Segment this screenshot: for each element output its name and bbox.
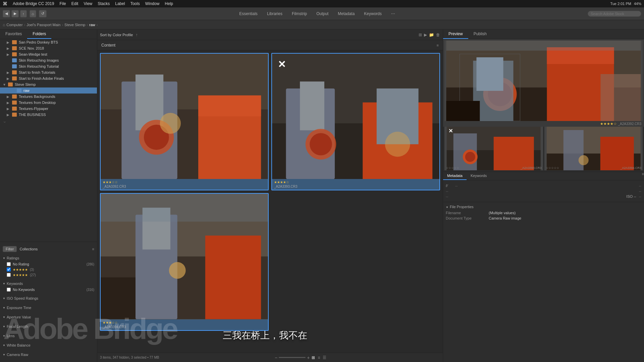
filter-iso-title[interactable]: ISO Speed Ratings <box>0 295 97 302</box>
filter-button[interactable]: Filter <box>3 246 17 252</box>
nav-home[interactable]: ⌂ <box>30 10 37 17</box>
tab-metadata[interactable]: Metadata <box>335 10 357 17</box>
folder-icon-toolbar[interactable]: 📁 <box>429 33 434 37</box>
zoom-slider[interactable] <box>279 357 306 358</box>
breadcrumb-steve[interactable]: Steve Slemp <box>64 23 85 27</box>
sidebar-item-start-tutorials[interactable]: ▶ Start to finish Tutorials <box>0 69 97 75</box>
file-props-title[interactable]: File Properties <box>446 205 641 209</box>
sidebar-item-skin-images[interactable]: Skin Retouching Images <box>0 57 97 63</box>
tab-keywords[interactable]: Keywords <box>361 10 384 17</box>
menu-label[interactable]: Label <box>115 1 125 6</box>
sidebar-item-san-pedro[interactable]: ▶ San Pedro Donkey BTS <box>0 39 97 45</box>
svg-rect-26 <box>101 194 268 222</box>
filter-section-lens: Lens <box>0 331 97 341</box>
breadcrumb-computer[interactable]: Computer <box>6 23 22 27</box>
tab-essentials[interactable]: Essentials <box>236 10 260 17</box>
preview-thumb1-stars: ☆☆☆☆☆ <box>446 166 459 170</box>
sidebar-item-raw[interactable]: raw <box>0 87 97 94</box>
menu-stacks[interactable]: Stacks <box>98 1 110 6</box>
sidebar-scroll-down[interactable]: ⌄ <box>3 118 7 124</box>
filter-lens-title[interactable]: Lens <box>0 333 97 339</box>
preview-thumb-2[interactable]: ☆☆☆☆☆ _A2A3394.CR3 <box>544 127 643 170</box>
tab-libraries[interactable]: Libraries <box>264 10 285 17</box>
filter-exposure-title[interactable]: Exposure Time <box>0 304 97 311</box>
tab-preview[interactable]: Preview <box>443 29 468 39</box>
filter-5star-check[interactable] <box>7 267 11 272</box>
tab-filmstrip[interactable]: Filmstrip <box>289 10 310 17</box>
filter-no-keywords[interactable]: No Keywords (316) <box>0 287 97 292</box>
folder-icon <box>12 64 17 68</box>
meta-row-iso: -- -- <box>446 188 641 194</box>
menu-window[interactable]: Window <box>145 1 160 6</box>
filter-ratings-title[interactable]: Ratings <box>0 255 97 261</box>
menu-file[interactable]: File <box>59 1 66 6</box>
home-icon[interactable]: ⌂ <box>3 22 5 27</box>
thumb-cell-1[interactable]: ★★★☆☆ _A2A3392.CR3 <box>100 53 269 190</box>
filter-menu-icon[interactable]: ≡ <box>92 247 94 251</box>
content-menu-icon[interactable]: ≡ <box>437 43 439 47</box>
folder-icon <box>17 88 21 93</box>
meta-tab-metadata[interactable]: Metadata <box>443 172 467 180</box>
view-toggle-icon[interactable]: ⊞ <box>419 33 422 37</box>
tab-favorites[interactable]: Favorites <box>0 29 27 39</box>
nav-up[interactable]: ↑ <box>20 10 27 17</box>
tab-folders[interactable]: Folders <box>27 29 51 39</box>
sidebar-item-sean[interactable]: ▶ Sean-Wedge test <box>0 51 97 57</box>
tab-more[interactable]: ⋯ <box>388 10 398 17</box>
sidebar-item-steve[interactable]: ▼ Steve Slemp <box>0 81 97 87</box>
svg-rect-49 <box>600 137 634 170</box>
menu-edit[interactable]: Edit <box>71 1 78 6</box>
sort-direction-icon[interactable]: ↑ <box>136 33 138 37</box>
collections-button[interactable]: Collections <box>19 247 38 251</box>
thumb-cell-2[interactable]: ✕ ★★★★☆ _A2A3393.CR3 <box>271 53 440 190</box>
filter-focal-title[interactable]: Focal Length <box>0 323 97 330</box>
view-detail-icon[interactable]: ☰ <box>322 355 327 361</box>
filter-section-ratings: Ratings No Rating (286) ★★★★★ (3) ★★★★★ … <box>0 253 97 279</box>
sidebar-item-start-finals[interactable]: ▶ Start to Finish Adobe Finals <box>0 75 97 81</box>
tab-publish[interactable]: Publish <box>468 29 492 39</box>
filter-5star2[interactable]: ★★★★★ (27) <box>0 272 97 278</box>
preview-thumb-1[interactable]: ✕ ☆☆☆☆☆ _A2A3393.CR3 <box>444 127 543 170</box>
nav-back[interactable]: ◀ <box>3 10 10 17</box>
view-grid-icon[interactable]: ⊞ <box>311 355 316 361</box>
menu-tools[interactable]: Tools <box>130 1 140 6</box>
filter-cameraraw-title[interactable]: Camera Raw <box>0 351 97 358</box>
apple-menu[interactable]: ⌘ <box>3 1 7 6</box>
trash-icon[interactable]: 🗑 <box>436 33 440 37</box>
filter-no-rating[interactable]: No Rating (286) <box>0 261 97 267</box>
search-input[interactable] <box>588 11 641 17</box>
meta-tab-keywords[interactable]: Keywords <box>467 172 491 180</box>
sidebar-item-textures-desktop[interactable]: ▶ Textures from Desktop <box>0 100 97 106</box>
filter-no-keywords-check[interactable] <box>7 288 11 292</box>
sidebar-item-textures-flypaper[interactable]: ▶ Textures-Flypaper <box>0 106 97 112</box>
menu-help[interactable]: Help <box>165 1 173 6</box>
slideshow-icon[interactable]: ▶ <box>424 33 427 37</box>
menu-app[interactable]: Adobe Bridge CC 2019 <box>13 1 54 6</box>
meta-menu-icon[interactable]: ≡ <box>642 172 644 180</box>
sidebar-item-textures-bg[interactable]: ▶ Textures Backgrounds <box>0 94 97 100</box>
nav-forward[interactable]: ▶ <box>11 10 19 17</box>
right-tab-bar: Preview Publish <box>443 29 644 39</box>
filter-wb-title[interactable]: White Balance <box>0 342 97 349</box>
breadcrumb-passport[interactable]: Joel's Passport Main <box>26 23 60 27</box>
filter-5star2-check[interactable] <box>7 273 11 277</box>
filter-no-rating-check[interactable] <box>7 262 11 266</box>
tab-output[interactable]: Output <box>314 10 331 17</box>
filter-5star2-label: ★★★★★ <box>13 273 28 277</box>
nav-refresh[interactable]: ↺ <box>39 10 47 17</box>
toolbar: ◀ ▶ ↑ ⌂ ↺ Essentials Libraries Filmstrip… <box>0 7 644 20</box>
zoom-out-icon[interactable]: − <box>275 355 277 360</box>
sidebar-item-skin-tutorial[interactable]: Skin Retouching Tutorial <box>0 63 97 69</box>
filter-keywords-title[interactable]: Keywords <box>0 280 97 287</box>
sidebar-item-business[interactable]: ▶ THE BUSINESS <box>0 112 97 118</box>
sidebar-item-sce[interactable]: ▶ SCE Nov. 2018 <box>0 45 97 51</box>
expand-icon: ▶ <box>7 95 10 99</box>
filter-5star[interactable]: ★★★★★ (3) <box>0 267 97 272</box>
filter-aperture-title[interactable]: Aperture Value <box>0 314 97 320</box>
thumb-cell-3[interactable]: ★★★☆☆ _A2A3394.CR3 <box>100 193 269 330</box>
menu-view[interactable]: View <box>84 1 92 6</box>
thumb-wrapper-2: ✕ ★★★★☆ _A2A3393.CR3 <box>272 54 439 190</box>
sidebar-label: Skin Retouching Images <box>19 58 59 62</box>
view-list-icon[interactable]: ≡ <box>317 355 321 361</box>
zoom-in-icon[interactable]: + <box>307 355 310 360</box>
